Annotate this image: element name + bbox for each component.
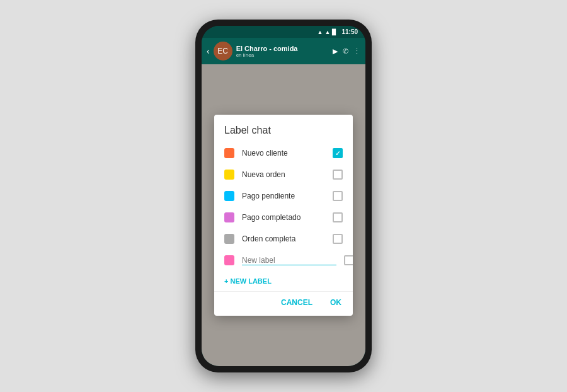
checkbox-nueva-orden[interactable]	[333, 170, 343, 180]
video-call-icon[interactable]: ▶	[333, 47, 338, 55]
list-item[interactable]: Nueva orden	[214, 164, 353, 185]
new-label-item[interactable]	[214, 250, 353, 271]
label-text: Nuevo cliente	[242, 149, 325, 158]
chat-body: Label chat Nuevo cliente Nueva orden	[202, 64, 365, 366]
chat-header: ‹ EC El Charro - comida en línea ▶ ✆ ⋮	[202, 38, 365, 64]
phone-screen: ▲ ▲ ▉ 11:50 ‹ EC El Charro - comida en l…	[202, 26, 365, 366]
modal-title: Label chat	[214, 115, 353, 142]
signal-icon: ▲	[325, 29, 331, 35]
more-options-icon[interactable]: ⋮	[353, 47, 360, 55]
list-item[interactable]: Orden completa	[214, 228, 353, 250]
phone-wrapper: ▲ ▲ ▉ 11:50 ‹ EC El Charro - comida en l…	[195, 20, 372, 372]
status-time: 11:50	[341, 28, 358, 35]
chat-name: El Charro - comida	[236, 45, 329, 52]
avatar: EC	[214, 42, 232, 61]
list-item[interactable]: Nuevo cliente	[214, 142, 353, 164]
list-item[interactable]: Pago completado	[214, 207, 353, 228]
label-color-dot	[224, 148, 234, 158]
label-chat-modal: Label chat Nuevo cliente Nueva orden	[214, 115, 353, 316]
chat-info: El Charro - comida en línea	[236, 45, 329, 58]
label-color-dot	[224, 212, 234, 222]
checkbox-nuevo-cliente[interactable]	[333, 148, 343, 158]
wifi-icon: ▲	[318, 29, 323, 35]
label-color-dot	[224, 191, 234, 201]
label-color-dot	[224, 170, 234, 180]
checkbox-pago-pendiente[interactable]	[333, 191, 343, 201]
back-arrow-icon[interactable]: ‹	[207, 46, 210, 56]
label-color-dot	[224, 234, 234, 244]
label-color-dot	[224, 255, 234, 265]
checkbox-orden-completa[interactable]	[333, 234, 343, 244]
modal-footer: CANCEL OK	[214, 291, 353, 316]
new-label-input[interactable]	[242, 256, 336, 265]
phone-body: ▲ ▲ ▉ 11:50 ‹ EC El Charro - comida en l…	[195, 20, 372, 372]
call-icon[interactable]: ✆	[343, 47, 348, 55]
checkbox-pago-completado[interactable]	[333, 212, 343, 222]
label-text: Pago pendiente	[242, 192, 325, 200]
label-text: Pago completado	[242, 213, 325, 222]
battery-icon: ▉	[332, 29, 336, 35]
chat-actions: ▶ ✆ ⋮	[333, 47, 360, 55]
list-item[interactable]: Pago pendiente	[214, 185, 353, 207]
chat-status: en línea	[236, 52, 329, 58]
modal-body: Nuevo cliente Nueva orden Pago pendien	[214, 142, 353, 291]
label-text: Orden completa	[242, 234, 325, 243]
add-new-label-button[interactable]: + NEW LABEL	[214, 271, 353, 291]
status-bar: ▲ ▲ ▉ 11:50	[202, 26, 365, 38]
status-icons: ▲ ▲ ▉	[318, 29, 337, 35]
modal-overlay: Label chat Nuevo cliente Nueva orden	[202, 64, 365, 366]
cancel-button[interactable]: CANCEL	[277, 296, 316, 309]
checkbox-new-label[interactable]	[344, 255, 353, 265]
ok-button[interactable]: OK	[326, 296, 345, 309]
label-text: Nueva orden	[242, 170, 325, 179]
